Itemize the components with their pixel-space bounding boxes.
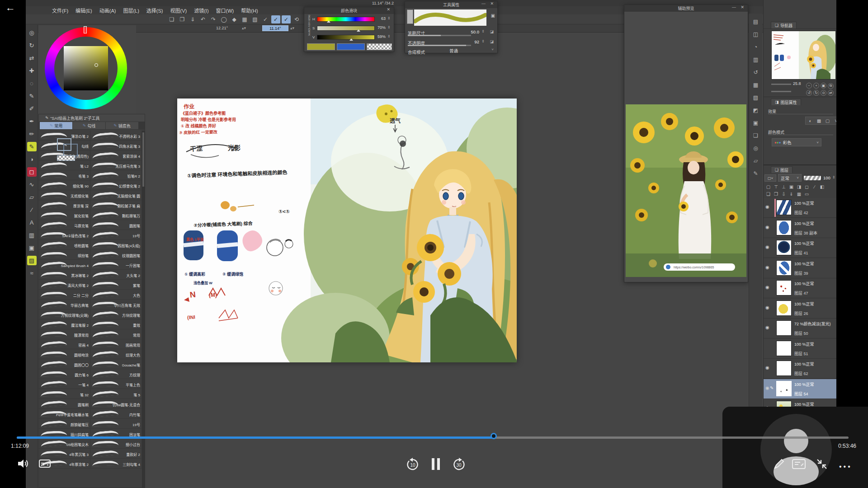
menu-6[interactable]: 滤镜(I) — [194, 7, 208, 14]
navigator-thumbnail[interactable] — [771, 31, 836, 80]
liquify-tool-icon[interactable]: ∿ — [27, 180, 37, 189]
brush-item[interactable]: 魔法笔服 2 — [39, 319, 90, 329]
set-color-icon[interactable]: ◧ — [818, 183, 826, 190]
pen-annotate-icon[interactable] — [773, 458, 785, 472]
color-mode-select[interactable]: ●●● 彩色˅ — [772, 138, 821, 146]
brush-item[interactable]: 四角水彩笔 3 — [90, 141, 142, 150]
hue-slider[interactable] — [317, 17, 375, 22]
layer-visibility-icon[interactable]: ◉ — [765, 385, 769, 390]
brush-scrollbar[interactable] — [142, 131, 145, 488]
opacity-spinner[interactable]: ⇕ — [481, 39, 485, 43]
color-slider-titlebar[interactable]: 颜色滑块✕ — [304, 7, 394, 14]
new-file-icon[interactable]: ❏ — [167, 15, 176, 23]
lasso-icon[interactable]: ◌ — [27, 79, 37, 88]
eraser-tool-icon[interactable]: ◻ — [27, 167, 37, 177]
selection-pen-icon[interactable]: ✎ — [27, 91, 37, 101]
apply-mask-icon[interactable]: ▦ — [795, 191, 803, 197]
text-tool-icon[interactable]: A — [27, 218, 37, 227]
menu-2[interactable]: 动画(A) — [99, 7, 116, 14]
brush-item[interactable]: 无脑细化笔 圆 — [90, 190, 142, 200]
layer-visibility-icon[interactable]: ◉ — [765, 325, 769, 330]
pencil-tool-icon[interactable]: ✏ — [27, 129, 37, 139]
brush-item[interactable]: 圆困〇〇 — [39, 359, 90, 369]
lock-alpha-icon[interactable]: ◨ — [795, 183, 803, 190]
rotate-left-button[interactable]: ↺ — [806, 90, 812, 96]
brush-item[interactable]: 一斤困笔 — [90, 260, 142, 269]
panel-mixer-icon[interactable]: ▥ — [751, 55, 760, 64]
brush-item[interactable]: 图画常用 — [90, 339, 142, 349]
pen-tool-icon[interactable]: ✒ — [27, 117, 37, 126]
layer-row[interactable]: ◉100 %正常图层 41 — [764, 238, 836, 258]
grid-icon[interactable]: ▦ — [240, 15, 249, 23]
brush-item[interactable]: 方纹理 — [90, 369, 142, 379]
menu-3[interactable]: 图层(L) — [123, 7, 139, 14]
tab-layers[interactable]: ❏图层 — [771, 166, 793, 173]
save-icon[interactable]: ⇓ — [188, 15, 197, 23]
menu-4[interactable]: 选择(S) — [146, 7, 163, 14]
panel-color-icon[interactable]: ▤ — [751, 17, 760, 26]
hue-marker[interactable] — [84, 26, 87, 33]
check-alt-icon[interactable]: ✓ — [282, 15, 291, 23]
brush-item[interactable]: 大色 — [90, 290, 142, 299]
ref-icon[interactable]: ⊥ — [780, 183, 788, 190]
brush-item[interactable]: 19号 — [90, 419, 142, 428]
pause-button[interactable] — [430, 457, 441, 473]
subtitles-icon[interactable] — [39, 459, 51, 471]
bg-color-bar[interactable] — [337, 43, 365, 50]
panel-material-icon[interactable]: ▦ — [751, 80, 760, 89]
layer-visibility-icon[interactable]: ◉ — [765, 244, 769, 249]
layer-row[interactable]: ◉100 %正常图层 38 副本 — [764, 218, 836, 238]
opacity-strip[interactable] — [803, 175, 821, 181]
subtool-tab-0[interactable]: ✎常用 — [40, 122, 72, 129]
brush-item[interactable]: 大头笔 2 — [90, 270, 142, 279]
brush-item[interactable]: 仿sai圆笔-无混合 — [90, 399, 142, 408]
brush-item[interactable]: 喷枪圆笔 — [39, 240, 90, 249]
delete-layer-icon[interactable]: ▭ — [803, 191, 811, 197]
layers-opacity-spinner[interactable]: ⇕ — [832, 175, 835, 179]
brush-item[interactable]: 毛笔 3 — [39, 170, 90, 180]
brush-item[interactable]: Gouache笔 — [90, 359, 142, 369]
brush-item[interactable]: 颗粒腻子笔 扁 — [90, 200, 142, 210]
brush-item[interactable]: Sampled Brush 4 — [39, 260, 90, 269]
preview-lock-icon[interactable]: ▣ — [491, 13, 495, 18]
deselect-icon[interactable]: ◯ — [219, 15, 228, 23]
brush-item[interactable]: 平笔上色 — [90, 379, 142, 389]
extract-line-icon[interactable]: ▢ — [824, 117, 831, 124]
seek-bar[interactable] — [17, 436, 849, 439]
layer-visibility-icon[interactable]: ◉ — [765, 225, 769, 230]
rotate-reset-icon[interactable]: ⟲ — [292, 15, 301, 23]
tab-layer-property[interactable]: ◨图层属性 — [771, 99, 801, 105]
brush-item[interactable]: 二分 二分 — [39, 290, 90, 299]
brush-item[interactable]: 套索涂抹 4 — [90, 150, 142, 160]
brush-item[interactable]: 19号 — [90, 230, 142, 239]
layer-visibility-icon[interactable]: ◉ — [765, 265, 769, 270]
color-model-tab-HSV[interactable]: HSV — [305, 22, 311, 27]
palette-tool-icon[interactable]: ▨ — [27, 256, 37, 265]
blend-mode-dropdown-icon[interactable]: ˅ — [491, 47, 494, 52]
brush-item[interactable]: 幻想曾化笔 2 — [90, 180, 142, 190]
layer-blend-icon-box[interactable]: ▢˅ — [764, 174, 776, 182]
saturation-value-box[interactable] — [64, 46, 108, 90]
brush-item[interactable]: 颜狼破笔压 — [39, 419, 90, 428]
layer-thumbnail[interactable] — [776, 361, 792, 376]
angle-field[interactable]: 11.14° — [262, 25, 288, 31]
brush-item[interactable]: 内竹笔 — [90, 409, 142, 418]
brush-item[interactable]: 厚涂笔 深 — [39, 200, 90, 210]
panel-timeline-icon[interactable]: ▱ — [751, 156, 760, 165]
brush-item[interactable]: 纹理圆困笔 — [90, 250, 142, 259]
exit-fullscreen-icon[interactable] — [816, 459, 827, 471]
panel-navigator-icon[interactable]: ▧ — [751, 93, 760, 102]
brush-item[interactable]: 不透明水彩 3 — [90, 131, 142, 140]
panel-subview-icon[interactable]: ▣ — [751, 118, 760, 127]
notes-card-icon[interactable] — [792, 459, 806, 471]
brush-item[interactable]: 马赛克笔 — [39, 220, 90, 230]
menu-5[interactable]: 视图(V) — [170, 7, 187, 14]
layer-row[interactable]: ◉100 %正常图层 42 — [764, 198, 836, 218]
layer-visibility-icon[interactable]: ◉ — [765, 305, 769, 310]
merge-icon[interactable]: ⇓ — [788, 191, 795, 197]
opacity-slider[interactable] — [408, 45, 471, 46]
color-model-tab-CMYK[interactable]: CMYK — [305, 28, 311, 36]
brush-item[interactable]: 华川百角笔 无效 — [90, 300, 142, 309]
decoration-tool-icon[interactable]: ≈ — [27, 268, 37, 278]
panel-brushctl-icon[interactable]: ✎ — [751, 169, 760, 178]
